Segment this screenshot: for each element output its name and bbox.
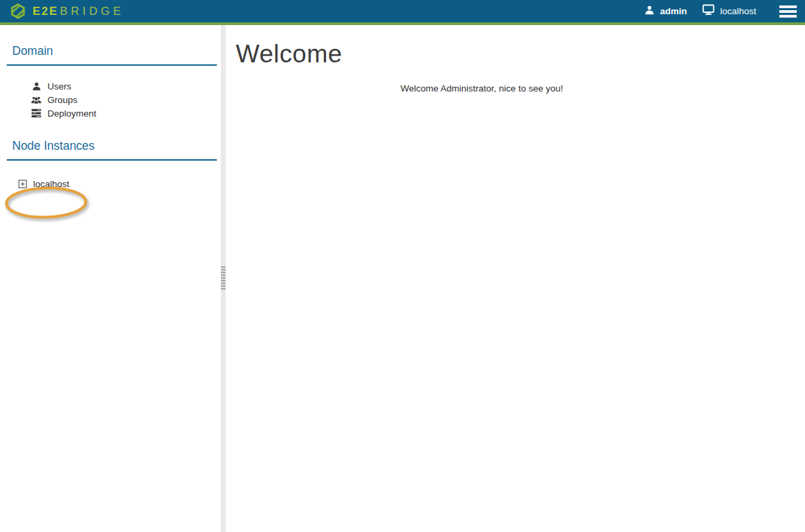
group-icon	[31, 95, 41, 105]
e2e-hexagon-logo-icon	[9, 3, 26, 20]
user-menu[interactable]: admin	[640, 5, 691, 18]
hamburger-menu-icon[interactable]	[779, 5, 797, 18]
sidebar-item-label: Groups	[47, 95, 77, 105]
resize-grip-icon[interactable]	[221, 266, 226, 291]
brand-name-light: BRIDGE	[60, 5, 124, 17]
sidebar-item-users[interactable]: Users	[0, 79, 221, 93]
sidebar-heading-domain: Domain	[7, 44, 217, 66]
user-icon	[644, 5, 655, 18]
sidebar-item-label: localhost	[33, 179, 69, 189]
brand-logo: E2E BRIDGE	[9, 3, 124, 20]
brand-name: E2E BRIDGE	[33, 5, 124, 17]
host-menu[interactable]: localhost	[698, 4, 760, 18]
sidebar-item-label: Deployment	[47, 108, 96, 119]
content-area: Domain Users	[0, 25, 805, 532]
sidebar: Domain Users	[0, 25, 221, 532]
topbar: E2E BRIDGE admin localhost	[0, 0, 805, 25]
expand-plus-icon[interactable]	[18, 180, 27, 188]
annotation-ellipse	[3, 186, 90, 221]
welcome-message: Welcome Administrator, nice to see you!	[236, 83, 728, 94]
sidebar-item-localhost[interactable]: localhost	[0, 177, 221, 190]
sidebar-resize-divider[interactable]	[221, 25, 226, 532]
user-icon	[31, 81, 41, 91]
topbar-right: admin localhost	[640, 4, 797, 18]
deployment-icon	[31, 108, 41, 119]
domain-list: Users Groups	[0, 79, 221, 120]
user-label: admin	[660, 6, 687, 16]
sidebar-item-label: Users	[47, 81, 71, 91]
host-label: localhost	[720, 6, 756, 16]
sidebar-heading-node-instances: Node Instances	[7, 139, 217, 161]
monitor-icon	[702, 4, 715, 18]
sidebar-section-domain: Domain Users	[0, 44, 221, 120]
main-panel: Welcome Welcome Administrator, nice to s…	[226, 25, 805, 532]
brand-name-bold: E2E	[33, 5, 58, 17]
page-title: Welcome	[236, 40, 805, 69]
sidebar-section-node-instances: Node Instances localhost	[0, 139, 221, 190]
sidebar-item-groups[interactable]: Groups	[0, 93, 221, 106]
sidebar-item-deployment[interactable]: Deployment	[0, 106, 221, 120]
